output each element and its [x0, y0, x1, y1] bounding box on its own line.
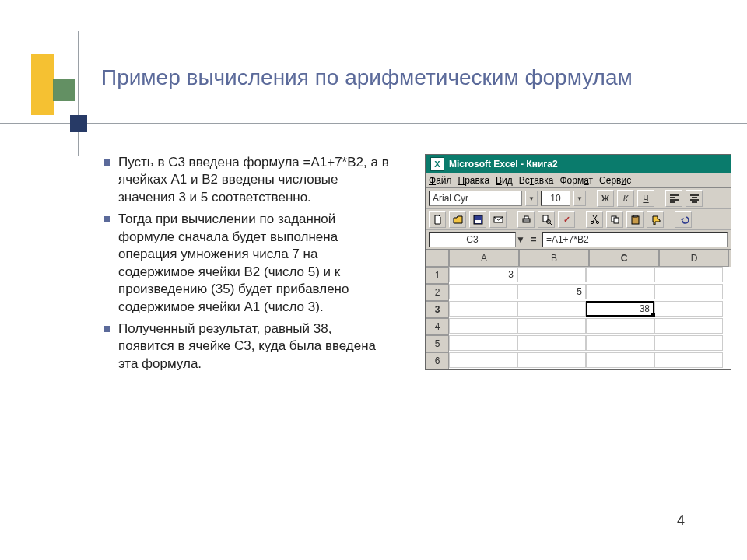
cell[interactable] [654, 352, 723, 368]
menu-item[interactable]: Файл [429, 175, 452, 186]
cell[interactable] [654, 335, 723, 351]
svg-rect-3 [523, 219, 530, 222]
svg-point-8 [596, 221, 598, 223]
format-painter-icon[interactable] [647, 211, 664, 228]
cell[interactable] [449, 301, 517, 317]
cell[interactable] [449, 335, 517, 351]
font-size-dropdown-icon[interactable]: ▼ [573, 191, 586, 206]
cell[interactable] [517, 318, 586, 334]
align-left-icon[interactable] [665, 190, 682, 207]
svg-point-7 [591, 221, 593, 223]
cell[interactable] [517, 352, 586, 368]
row-header[interactable]: 6 [426, 352, 449, 369]
column-header[interactable]: C [589, 250, 659, 267]
font-name-dropdown-icon[interactable]: ▼ [525, 191, 538, 206]
excel-app-icon: X [430, 157, 444, 171]
font-size-field[interactable]: 10 [541, 191, 570, 206]
menu-item[interactable]: Вид [496, 175, 513, 186]
menu-item[interactable]: Формат [559, 175, 593, 186]
spellcheck-icon[interactable]: ✓ [558, 211, 575, 228]
copy-icon[interactable] [606, 211, 623, 228]
name-box-dropdown-icon[interactable]: ▼ [516, 234, 525, 245]
cell[interactable] [654, 318, 723, 334]
print-preview-icon[interactable] [538, 211, 555, 228]
cell[interactable]: 38 [586, 301, 654, 317]
save-icon[interactable] [469, 211, 486, 228]
cell[interactable] [586, 318, 654, 334]
slide: Пример вычисления по арифметическим форм… [0, 0, 747, 560]
menu-item[interactable]: Вставка [519, 175, 554, 186]
row-header[interactable]: 5 [426, 335, 449, 352]
excel-formula-bar: C3 ▼ = =A1+7*B2 [426, 230, 731, 250]
new-file-icon[interactable] [429, 211, 446, 228]
formula-field[interactable]: =A1+7*B2 [542, 232, 728, 247]
cell[interactable] [586, 267, 654, 282]
cell[interactable] [449, 284, 517, 299]
cell[interactable] [586, 335, 654, 351]
bullet-item: Тогда при вычислении по заданной формуле… [101, 211, 389, 316]
excel-screenshot: X Microsoft Excel - Книга2 ФайлПравкаВид… [425, 154, 731, 370]
print-icon[interactable] [517, 211, 535, 228]
svg-rect-1 [475, 220, 481, 223]
row-header[interactable]: 3 [426, 301, 449, 318]
cell[interactable] [517, 335, 586, 351]
row-header[interactable]: 4 [426, 318, 449, 335]
menu-item[interactable]: Правка [458, 175, 490, 186]
formula-equals-icon: = [525, 234, 542, 245]
cell[interactable] [654, 267, 723, 282]
underline-button[interactable]: Ч [637, 190, 654, 207]
bullet-list: Пусть в С3 введена формула =А1+7*В2, а в… [101, 154, 389, 373]
svg-rect-10 [614, 218, 619, 223]
excel-window-title: Microsoft Excel - Книга2 [449, 159, 558, 170]
column-header[interactable]: A [449, 250, 519, 267]
svg-rect-12 [633, 215, 637, 217]
cell[interactable] [449, 352, 517, 368]
menu-item[interactable]: Сервис [599, 175, 631, 186]
align-center-icon[interactable] [686, 190, 703, 207]
name-box[interactable]: C3 [429, 232, 516, 247]
cell[interactable]: 5 [517, 284, 586, 299]
bold-button[interactable]: Ж [597, 190, 614, 207]
cell[interactable] [654, 284, 723, 299]
cell[interactable] [586, 284, 654, 299]
cell[interactable] [654, 301, 723, 317]
excel-format-toolbar: Arial Cyr ▼ 10 ▼ Ж К Ч [426, 188, 731, 209]
mail-icon[interactable] [489, 211, 507, 228]
row-header[interactable]: 2 [426, 284, 449, 301]
cell[interactable] [517, 267, 586, 282]
cell[interactable]: 3 [449, 267, 517, 282]
slide-title: Пример вычисления по арифметическим форм… [101, 64, 693, 91]
undo-icon[interactable] [675, 211, 692, 228]
row-header[interactable]: 1 [426, 267, 449, 284]
excel-titlebar: X Microsoft Excel - Книга2 [426, 155, 731, 173]
cell[interactable] [586, 352, 654, 368]
italic-button[interactable]: К [617, 190, 634, 207]
bullet-item: Полученный результат, равный 38, появитс… [101, 320, 389, 373]
font-name-field[interactable]: Arial Cyr [429, 191, 522, 206]
column-header[interactable]: B [519, 250, 589, 267]
select-all-corner[interactable] [426, 250, 449, 267]
page-number: 4 [677, 513, 685, 529]
cell[interactable] [517, 301, 586, 317]
excel-menubar: ФайлПравкаВидВставкаФорматСервис [426, 173, 731, 188]
cut-icon[interactable] [586, 211, 603, 228]
spreadsheet-grid: ABCD1325338456 [426, 250, 731, 369]
slide-body: Пусть в С3 введена формула =А1+7*В2, а в… [101, 154, 731, 377]
cell[interactable] [449, 318, 517, 334]
excel-standard-toolbar: ✓ [426, 209, 731, 230]
bullet-item: Пусть в С3 введена формула =А1+7*В2, а в… [101, 154, 389, 206]
open-file-icon[interactable] [449, 211, 466, 228]
paste-icon[interactable] [626, 211, 644, 228]
column-header[interactable]: D [659, 250, 729, 267]
svg-rect-4 [524, 216, 528, 219]
